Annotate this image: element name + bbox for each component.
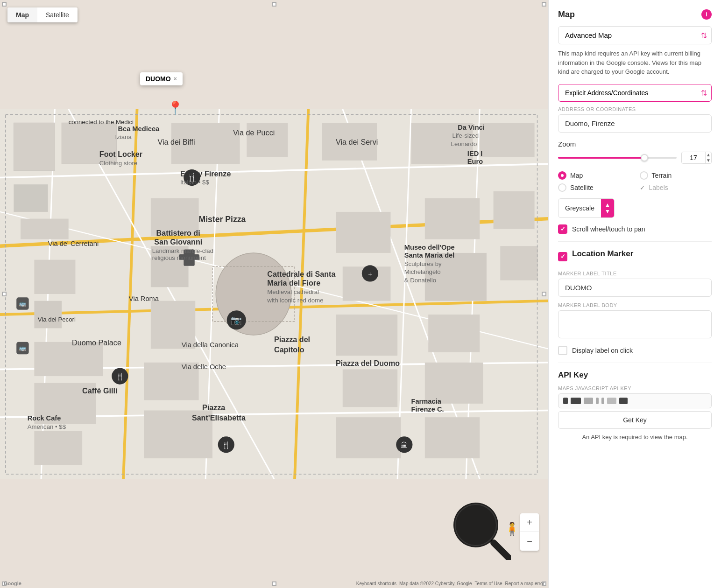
zoom-slider-container[interactable]	[558, 153, 677, 162]
marker-popup: DUOMO ×	[140, 72, 183, 85]
handle-tc[interactable]	[272, 2, 276, 7]
popup-close-btn[interactable]: ×	[174, 76, 177, 82]
svg-text:Farmacia: Farmacia	[411, 398, 442, 405]
scroll-wheel-checkbox[interactable]: ✓	[558, 224, 567, 234]
svg-text:Via dei Biffi: Via dei Biffi	[158, 138, 195, 146]
greyscale-arrows[interactable]: ▲ ▼	[601, 199, 614, 217]
svg-text:Via delle Oche: Via delle Oche	[182, 363, 226, 371]
svg-text:Life-sized: Life-sized	[452, 132, 479, 139]
marker-body-section: MARKER LABEL BODY	[558, 302, 712, 346]
report-link[interactable]: Report a map error	[505, 581, 544, 586]
svg-text:Rock Cafe: Rock Cafe	[28, 414, 61, 422]
divider-2	[558, 363, 712, 363]
api-key-input-label: MAPS JAVASCRIPT API KEY	[558, 385, 712, 391]
svg-rect-18	[21, 219, 69, 239]
radio-terrain[interactable]: Terrain	[640, 171, 712, 180]
marker-title-label: MARKER LABEL TITLE	[558, 271, 712, 276]
api-key-title: API Key	[558, 371, 712, 380]
svg-text:Via della Canonica: Via della Canonica	[182, 341, 239, 349]
zoom-out-btn[interactable]: −	[520, 532, 539, 551]
zoom-down-btn[interactable]: ▼	[706, 158, 711, 163]
map-footer-links: Keyboard shortcuts Map data ©2022 Cyberc…	[356, 581, 544, 586]
pegman-icon[interactable]: 🧍	[504, 521, 520, 537]
svg-text:Duomo Palace: Duomo Palace	[72, 338, 121, 347]
svg-text:Foot Locker: Foot Locker	[99, 150, 143, 159]
handle-mr[interactable]	[542, 292, 546, 296]
display-label-text: Display label on click	[572, 347, 633, 354]
svg-text:American • $$: American • $$	[28, 423, 66, 430]
display-label-row: Display label on click	[558, 346, 712, 355]
handle-tr[interactable]	[542, 2, 546, 7]
marker-title-input[interactable]	[558, 279, 712, 297]
svg-rect-47	[500, 246, 538, 280]
map-type-satellite-btn[interactable]: Satellite	[37, 7, 78, 22]
radio-satellite[interactable]: Satellite	[558, 183, 630, 192]
map-data-text: Map data ©2022 Cybercity, Google	[399, 581, 472, 586]
map-container: 🍴 + 🍴 🍴 🏛 📷 🚌 🚌 Foot Locker Clothing sto	[0, 0, 548, 588]
svg-text:Euro: Euro	[467, 158, 483, 165]
marker-body-label: MARKER LABEL BODY	[558, 302, 712, 308]
zoom-in-btn[interactable]: +	[520, 513, 539, 532]
handle-ml[interactable]	[2, 292, 7, 296]
display-label-checkbox[interactable]	[558, 346, 567, 355]
svg-text:Medieval cathedral: Medieval cathedral	[267, 288, 319, 295]
get-key-btn[interactable]: Get Key	[558, 411, 712, 429]
svg-text:Maria del Fiore: Maria del Fiore	[267, 279, 320, 287]
svg-text:IED I: IED I	[467, 150, 483, 157]
labels-checkmark: ✓	[640, 184, 645, 191]
radio-map-circle	[558, 171, 566, 180]
svg-text:Bca Medicea: Bca Medicea	[118, 125, 160, 133]
svg-text:Da Vinci: Da Vinci	[458, 124, 485, 131]
api-key-block-4	[596, 398, 599, 404]
location-type-select[interactable]: Explicit Address/Coordinates	[558, 84, 712, 102]
svg-text:Battistero di: Battistero di	[156, 229, 200, 237]
terms-link[interactable]: Terms of Use	[475, 581, 502, 586]
svg-rect-26	[34, 260, 75, 294]
map-marker: 📍	[167, 100, 184, 116]
address-section: ADDRESS OR COORDINATES	[558, 106, 712, 140]
map-type-select[interactable]: Advanced Map	[558, 26, 712, 44]
map-type-controls: Map Satellite	[7, 7, 78, 22]
svg-text:with iconic red dome: with iconic red dome	[267, 297, 323, 304]
svg-text:Caffè Gilli: Caffè Gilli	[82, 386, 117, 395]
svg-text:connected to the Medici: connected to the Medici	[69, 119, 134, 126]
marker-body-input[interactable]	[558, 310, 712, 338]
zoom-value-input[interactable]	[682, 152, 705, 163]
location-marker-checkbox[interactable]: ✓	[558, 252, 567, 261]
address-label: ADDRESS OR COORDINATES	[558, 106, 712, 112]
svg-text:Italian • $$: Italian • $$	[180, 179, 209, 186]
svg-rect-17	[14, 184, 48, 212]
marker-title-section: MARKER LABEL TITLE	[558, 271, 712, 302]
svg-text:🚌: 🚌	[19, 300, 27, 308]
map-type-map-btn[interactable]: Map	[7, 7, 37, 22]
divider-1	[558, 241, 712, 242]
radio-map-label: Map	[570, 172, 583, 179]
svg-text:Via de' Cerretani: Via de' Cerretani	[48, 240, 99, 247]
handle-tl[interactable]	[2, 2, 7, 7]
map-panel: 🍴 + 🍴 🍴 🏛 📷 🚌 🚌 Foot Locker Clothing sto	[0, 0, 548, 588]
svg-text:Via de Pucci: Via de Pucci	[233, 128, 275, 137]
info-icon[interactable]: i	[701, 9, 712, 20]
radio-map[interactable]: Map	[558, 171, 630, 180]
map-type-select-wrapper: Advanced Map ⇅	[558, 26, 712, 44]
google-logo: Google	[4, 581, 21, 586]
svg-text:Mister Pizza: Mister Pizza	[199, 215, 246, 224]
svg-text:Sculptures by: Sculptures by	[404, 260, 442, 267]
scroll-wheel-row: ✓ Scroll wheel/touch to pan	[558, 224, 712, 234]
zoom-controls: + −	[520, 513, 539, 551]
section-title: Map	[558, 10, 575, 20]
radio-terrain-label: Terrain	[652, 172, 672, 179]
keyboard-shortcuts-link[interactable]: Keyboard shortcuts	[356, 581, 396, 586]
zoom-up-btn[interactable]: ▲	[706, 152, 711, 158]
location-type-select-wrapper: Explicit Address/Coordinates ⇅	[558, 84, 712, 102]
svg-rect-28	[34, 342, 103, 376]
address-input[interactable]	[558, 114, 712, 133]
svg-text:Via dei Pecori: Via dei Pecori	[38, 316, 76, 323]
greyscale-select[interactable]: Greyscale ▲ ▼	[558, 198, 615, 218]
map-description: This map kind requires an API key with c…	[558, 49, 712, 77]
api-key-input-row[interactable]	[558, 393, 712, 408]
svg-rect-46	[494, 191, 535, 229]
zoom-slider-fill	[558, 157, 647, 159]
zoom-label: Zoom	[558, 140, 712, 148]
radio-labels[interactable]: ✓ Labels	[640, 183, 712, 192]
